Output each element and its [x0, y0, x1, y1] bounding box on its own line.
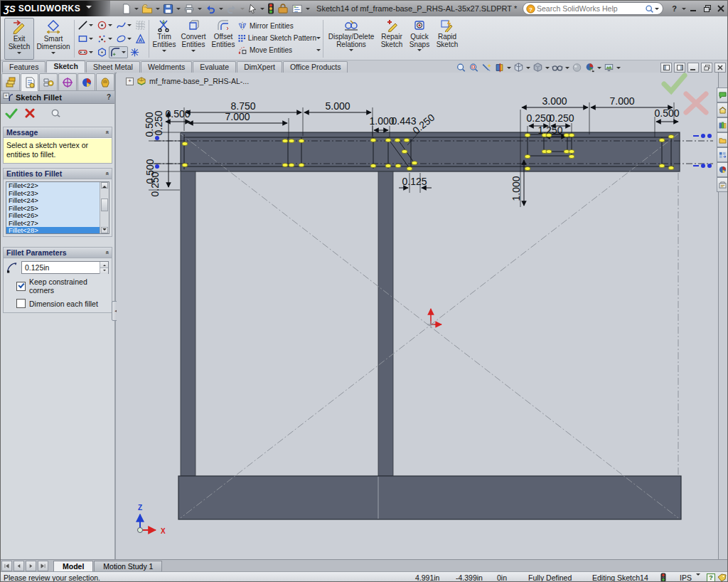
display-manager-tab[interactable]: [77, 73, 96, 90]
mirror-entities-button[interactable]: Mirror Entities: [237, 20, 321, 32]
tab-weldments[interactable]: Weldments: [141, 61, 192, 73]
close-button[interactable]: [714, 4, 727, 14]
search-input[interactable]: [535, 4, 645, 14]
linear-pattern-button[interactable]: Linear Sketch Pattern: [237, 32, 321, 44]
offset-entities-button[interactable]: Offset Entities: [209, 18, 237, 60]
file-properties-button[interactable]: [291, 2, 304, 15]
scroll-down-arrow[interactable]: [101, 227, 108, 233]
list-scrollbar[interactable]: [100, 182, 109, 233]
feature-tree-tab[interactable]: [1, 73, 20, 90]
convert-entities-button[interactable]: Convert Entities: [178, 18, 209, 60]
tab-model[interactable]: Model: [53, 561, 93, 572]
quick-snaps-button[interactable]: Quick Snaps: [406, 18, 433, 60]
keep-corners-row[interactable]: Keep constrained corners: [4, 275, 112, 297]
rapid-sketch-button[interactable]: Rapid Sketch: [433, 18, 461, 60]
minimize-button[interactable]: [687, 4, 700, 14]
display-delete-dropdown[interactable]: [349, 49, 353, 53]
save-dropdown-arrow[interactable]: [176, 8, 181, 12]
spinner-down-arrow[interactable]: [100, 268, 108, 274]
repair-sketch-button[interactable]: Repair Sketch: [378, 18, 406, 60]
section-view-dropdown[interactable]: [507, 67, 511, 71]
resources-button[interactable]: [717, 102, 728, 117]
redo-button[interactable]: [225, 2, 238, 15]
trim-entities-button[interactable]: Trim Entities: [151, 18, 178, 60]
last-tab-button[interactable]: [38, 561, 48, 571]
line-dropdown[interactable]: [89, 24, 93, 28]
forum-button[interactable]: [717, 88, 728, 102]
show-left-pane-button[interactable]: [660, 63, 672, 73]
tab-sheet-metal[interactable]: Sheet Metal: [86, 61, 140, 73]
help-dropdown-arrow[interactable]: [682, 8, 686, 12]
doc-minimize-button[interactable]: [687, 63, 699, 73]
fillet-parameters-header[interactable]: Fillet Parameters «: [4, 248, 112, 258]
rebuild-button[interactable]: [267, 2, 275, 15]
select-button[interactable]: [247, 2, 258, 15]
slot-dropdown[interactable]: [89, 51, 93, 55]
ok-button[interactable]: [5, 108, 18, 119]
trim-dropdown[interactable]: [162, 50, 166, 54]
custom-tab[interactable]: [96, 73, 114, 90]
construction-lines[interactable]: [181, 134, 678, 518]
select-dropdown-arrow[interactable]: [260, 8, 264, 12]
list-item-selected[interactable]: Fillet<28>: [6, 227, 100, 233]
message-group-header[interactable]: Message «: [4, 127, 112, 138]
expand-tree-icon[interactable]: +: [126, 78, 134, 85]
dim-right-width[interactable]: 7.000: [609, 95, 634, 107]
apply-scene-button[interactable]: [584, 63, 596, 73]
dim-top-a[interactable]: 8.750: [230, 100, 255, 112]
tab-office-products[interactable]: Office Products: [283, 61, 348, 73]
panel-help-icon[interactable]: ?: [107, 93, 111, 101]
dim-right-cap[interactable]: 0.500: [654, 107, 679, 119]
fillet-dropdown[interactable]: [122, 51, 126, 55]
help-button[interactable]: ?: [668, 4, 680, 14]
dimension-each-row[interactable]: Dimension each fillet: [4, 297, 112, 312]
smart-dimension-dropdown[interactable]: [51, 52, 55, 56]
pattern-tool-button[interactable]: [134, 19, 147, 31]
list-item[interactable]: Fillet<22>: [6, 182, 100, 190]
smart-dimension-button[interactable]: Smart Dimension: [34, 18, 73, 60]
polygon-tool-button[interactable]: [95, 46, 109, 58]
line-tool-button[interactable]: [76, 19, 95, 31]
linear-pattern-dropdown[interactable]: [316, 37, 321, 41]
quick-snaps-dropdown[interactable]: [417, 49, 422, 53]
tab-evaluate[interactable]: Evaluate: [193, 61, 236, 73]
search-icon[interactable]: [645, 4, 654, 14]
undo-button[interactable]: [204, 2, 217, 15]
dim-mid-a[interactable]: 1.000: [369, 115, 394, 127]
list-item[interactable]: Fillet<24>: [6, 197, 100, 205]
point-tool-button[interactable]: [95, 33, 114, 45]
ellipse-dropdown[interactable]: [127, 38, 132, 42]
dim-left-cap[interactable]: 0.500: [165, 108, 190, 120]
circle-dropdown[interactable]: [108, 24, 112, 28]
prev-tab-button[interactable]: [14, 561, 24, 571]
custom-properties-button[interactable]: [717, 177, 728, 192]
show-right-pane-button[interactable]: [674, 63, 685, 73]
file-explorer-button[interactable]: [717, 132, 728, 147]
rectangle-tool-button[interactable]: [76, 33, 95, 45]
logo-flyout-arrow[interactable]: [86, 6, 92, 11]
save-button[interactable]: [162, 2, 174, 15]
tab-features[interactable]: Features: [2, 61, 46, 73]
collapse-chevron-icon[interactable]: «: [103, 130, 110, 134]
dim-rot-b[interactable]: 0.250: [153, 110, 164, 135]
dim-notch-height[interactable]: 1.000: [510, 176, 522, 201]
scroll-up-arrow[interactable]: [101, 182, 108, 189]
dim-left-width[interactable]: 7.000: [225, 111, 250, 122]
cancel-button[interactable]: [25, 108, 35, 118]
display-style-dropdown[interactable]: [545, 67, 550, 71]
open-button[interactable]: [141, 2, 154, 15]
breadcrumb[interactable]: + mf_frame-base_P_RHS-AL-...: [126, 77, 249, 85]
point-dropdown[interactable]: [108, 38, 112, 42]
display-style-button[interactable]: [532, 63, 544, 73]
keep-corners-checkbox[interactable]: [16, 282, 26, 291]
sketch-fillet-tool-button[interactable]: [109, 46, 128, 58]
tab-dimxpert[interactable]: DimXpert: [237, 61, 282, 73]
collapse-chevron-icon[interactable]: «: [103, 250, 110, 254]
move-entities-button[interactable]: Move Entities: [237, 44, 321, 56]
entities-listbox[interactable]: Fillet<22> Fillet<23> Fillet<24> Fillet<…: [6, 181, 109, 234]
construction-point-button[interactable]: [128, 46, 141, 58]
exit-sketch-button[interactable]: Exit Sketch: [4, 18, 34, 60]
help-search-box[interactable]: ?: [523, 2, 663, 15]
hide-show-items-button[interactable]: [551, 63, 564, 73]
undo-dropdown-arrow[interactable]: [219, 8, 223, 12]
